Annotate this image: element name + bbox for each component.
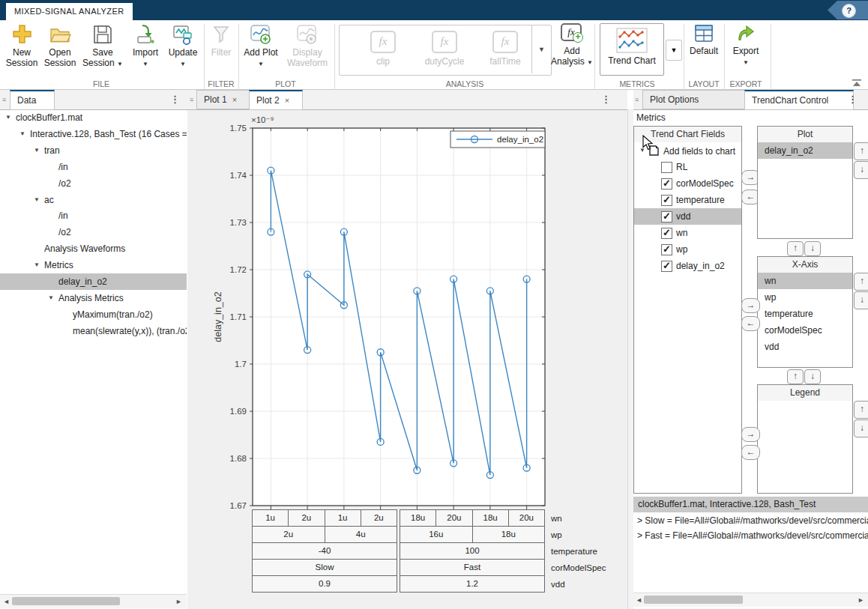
xaxis-down-button[interactable]: ↓ — [804, 369, 821, 384]
legend-move-right-button[interactable]: → — [741, 427, 760, 442]
checkbox[interactable]: ✓ — [661, 211, 672, 222]
scrollbar-thumb[interactable] — [644, 596, 743, 604]
tab-plot-2[interactable]: Plot 2× — [249, 90, 303, 110]
right-panel-menu-icon[interactable]: ⋮ — [848, 90, 858, 109]
add-plot-button[interactable]: Add Plot▼ — [241, 23, 280, 68]
collapse-toolstrip-icon[interactable] — [852, 79, 862, 87]
analysis-falltime[interactable]: fx fallTime — [480, 31, 530, 67]
xaxis-move-right-button[interactable]: → — [741, 298, 760, 313]
expander-icon[interactable]: ▼ — [34, 142, 40, 159]
tree-item[interactable]: delay_in_o2 — [0, 273, 187, 290]
field-row-delay_in_o2[interactable]: ✓delay_in_o2 — [634, 258, 742, 274]
checkbox[interactable] — [661, 162, 672, 173]
xaxis-list-item[interactable]: corModelSpec — [758, 322, 852, 339]
xaxis-move-up-button[interactable]: ↑ — [854, 273, 868, 291]
checkbox[interactable]: ✓ — [661, 261, 672, 272]
expander-icon[interactable]: ▼ — [19, 126, 25, 142]
chart-legend[interactable]: delay_in_o2 — [450, 131, 545, 148]
tree-item[interactable]: ▼Interactive.128, Bash_Test (16 Cases = … — [0, 126, 187, 142]
update-button[interactable]: Update▼ — [165, 23, 201, 68]
tree-item[interactable]: ▼tran — [0, 142, 187, 159]
analysis-clip[interactable]: fx clip — [361, 31, 406, 67]
app-tab[interactable]: MIXED-SIGNAL ANALYZER — [6, 3, 133, 20]
tree-item[interactable]: Analysis Waveforms — [0, 240, 187, 257]
tree-item[interactable]: mean(slewrate(y,x)), (tran./o2) — [0, 323, 187, 339]
close-tab-icon[interactable]: × — [232, 95, 237, 104]
legend-move-down-button[interactable]: ↓ — [854, 419, 868, 437]
tab-trendchart-control[interactable]: TrendChart Control — [744, 90, 854, 110]
scroll-left-icon[interactable]: ◄ — [636, 596, 642, 605]
expander-icon[interactable]: ▼ — [34, 257, 40, 273]
plot-move-down-button[interactable]: ↓ — [854, 161, 868, 179]
plot-up-button[interactable]: ↑ — [787, 241, 804, 256]
update-dropdown[interactable]: ▼ — [180, 61, 186, 67]
add-analysis-button[interactable]: fx + Add Analysis ▼ — [551, 23, 593, 67]
xaxis-list-item[interactable]: temperature — [758, 306, 852, 322]
data-panel-menu-icon[interactable]: ⋮ — [170, 90, 180, 109]
panel-grip-icon[interactable]: ≡ — [2, 90, 6, 109]
checkbox[interactable]: ✓ — [661, 244, 672, 255]
tree-item[interactable]: /in — [0, 207, 187, 224]
plot-down-button[interactable]: ↓ — [804, 241, 821, 256]
tab-plot-1[interactable]: Plot 1× — [196, 90, 250, 109]
tree-item[interactable]: /o2 — [0, 224, 187, 240]
expander-icon[interactable]: ▼ — [34, 192, 40, 208]
trend-chart-dropdown[interactable]: ▼ — [666, 40, 682, 61]
xaxis-list-item[interactable]: wp — [758, 289, 852, 306]
analysis-gallery-dropdown[interactable]: ▼ — [531, 25, 551, 73]
import-dropdown[interactable]: ▼ — [142, 61, 148, 67]
legend-move-up-button[interactable]: ↑ — [854, 401, 868, 419]
import-button[interactable]: Import▼ — [129, 23, 162, 68]
help-button[interactable]: ? — [842, 4, 856, 18]
field-row-RL[interactable]: RL — [634, 159, 742, 175]
close-tab-icon[interactable]: × — [285, 96, 289, 105]
tree-item[interactable]: /in — [0, 159, 187, 175]
save-session-dropdown[interactable]: ▼ — [117, 61, 123, 67]
field-row-wp[interactable]: ✓wp — [634, 241, 742, 258]
tree-item[interactable]: yMaximum(tran./o2) — [0, 306, 187, 323]
checkbox[interactable]: ✓ — [661, 228, 672, 239]
xaxis-move-left-button[interactable]: ← — [741, 316, 760, 331]
new-session-button[interactable]: New Session — [4, 23, 39, 68]
trend-chart-plot[interactable]: 1.671.681.691.71.711.721.731.741.75×10⁻⁹… — [187, 109, 627, 609]
panel-grip-icon[interactable]: ≡ — [635, 90, 639, 109]
data-panel-hscrollbar[interactable]: ◄ ► — [0, 594, 187, 608]
checkbox[interactable]: ✓ — [661, 178, 672, 190]
tree-item[interactable]: ▼ac — [0, 192, 187, 208]
tree-item[interactable]: /o2 — [0, 175, 187, 192]
field-row-vdd[interactable]: ✓vdd — [634, 208, 742, 225]
right-panel-hscrollbar[interactable]: ◄ ► — [633, 593, 868, 607]
scrollbar-thumb[interactable] — [12, 597, 120, 605]
field-row-temperature[interactable]: ✓temperature — [634, 192, 742, 208]
save-session-button[interactable]: Save Session ▼ — [79, 23, 126, 68]
plot-panel-menu-icon[interactable]: ⋮ — [601, 90, 611, 109]
default-layout-button[interactable]: Default — [687, 23, 721, 56]
plot-list-item[interactable]: delay_in_o2 — [758, 142, 852, 159]
panel-grip-icon[interactable]: ≡ — [190, 90, 193, 109]
expander-icon[interactable]: ▼ — [5, 109, 11, 126]
open-session-button[interactable]: Open Session — [42, 23, 78, 68]
tab-data[interactable]: Data — [10, 90, 55, 110]
export-dropdown[interactable]: ▼ — [743, 59, 749, 66]
plot-move-up-button[interactable]: ↑ — [854, 142, 868, 160]
tree-item[interactable]: ▼Analysis Metrics — [0, 290, 187, 306]
tab-plot-options[interactable]: Plot Options — [642, 90, 746, 109]
scroll-right-icon[interactable]: ► — [175, 597, 182, 606]
tree-item[interactable]: ▼clockBuffer1.mat — [0, 109, 187, 126]
trend-chart-button[interactable]: Trend Chart — [600, 23, 664, 76]
tree-item[interactable]: ▼Metrics — [0, 257, 187, 273]
expander-icon[interactable]: ▼ — [48, 290, 54, 306]
xaxis-list-item[interactable]: wn — [758, 273, 852, 289]
filter-button[interactable]: Filter — [205, 23, 237, 58]
scroll-right-icon[interactable]: ► — [858, 596, 864, 605]
xaxis-move-down-button[interactable]: ↓ — [854, 291, 868, 309]
add-analysis-dropdown[interactable]: ▼ — [587, 59, 593, 66]
scroll-left-icon[interactable]: ◄ — [3, 597, 10, 606]
legend-move-left-button[interactable]: ← — [741, 445, 760, 460]
field-row-corModelSpec[interactable]: ✓corModelSpec — [634, 175, 742, 192]
display-waveform-button[interactable]: Display Waveform — [283, 23, 331, 68]
analysis-dutycycle[interactable]: fx dutyCycle — [418, 31, 471, 67]
export-button[interactable]: Export▼ — [729, 23, 763, 67]
add-plot-dropdown[interactable]: ▼ — [258, 61, 264, 67]
xaxis-list-item[interactable]: vdd — [758, 339, 852, 355]
